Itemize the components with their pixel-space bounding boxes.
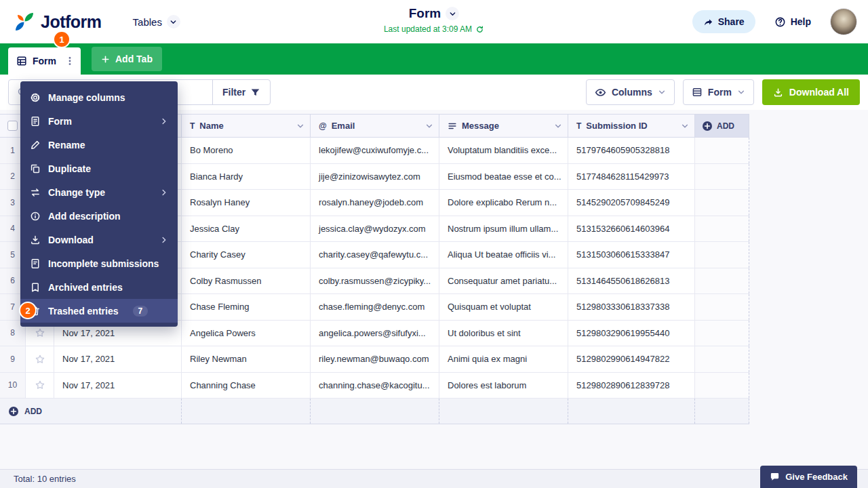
- message-cell[interactable]: Dolores est laborum: [439, 373, 568, 399]
- name-cell[interactable]: Rosalyn Haney: [182, 190, 311, 216]
- name-cell[interactable]: Channing Chase: [182, 373, 311, 399]
- name-cell[interactable]: Colby Rasmussen: [182, 268, 311, 294]
- menu-item-change-type[interactable]: Change type: [20, 180, 178, 204]
- star-cell[interactable]: [26, 373, 54, 399]
- email-cell[interactable]: jessica.clay@wydozyx.com: [311, 216, 439, 242]
- email-cell[interactable]: chase.fleming@denyc.com: [311, 294, 439, 320]
- chevron-down-icon: [658, 88, 666, 96]
- add-tab-button[interactable]: Add Tab: [92, 47, 162, 71]
- submission-id-cell[interactable]: 5177484628115429973: [568, 164, 695, 190]
- row-number-cell[interactable]: 10: [0, 373, 26, 399]
- email-cell[interactable]: charity.casey@qafewytu.c...: [311, 242, 439, 268]
- submission-id-cell[interactable]: 5129802890612839728: [568, 373, 695, 399]
- submission-id-cell[interactable]: 5131464550618626813: [568, 268, 695, 294]
- add-column-label: ADD: [717, 121, 734, 131]
- add-column-header[interactable]: ADD: [695, 114, 749, 138]
- message-cell[interactable]: Quisquam et voluptat: [439, 294, 568, 320]
- menu-item-download[interactable]: Download: [20, 228, 178, 251]
- chevron-down-icon[interactable]: [425, 122, 433, 130]
- share-button[interactable]: Share: [692, 10, 755, 33]
- message-cell[interactable]: Aliqua Ut beatae officiis vi...: [439, 242, 568, 268]
- menu-item-label: Download: [48, 235, 94, 245]
- help-button[interactable]: Help: [764, 10, 822, 33]
- columns-button[interactable]: Columns: [586, 79, 675, 105]
- submission-id-cell[interactable]: 5131503060615333847: [568, 242, 695, 268]
- title-chevron-down-icon[interactable]: [446, 7, 459, 20]
- message-column-header[interactable]: Message: [439, 114, 568, 138]
- email-cell[interactable]: colby.rasmussen@zicypiky...: [311, 268, 439, 294]
- message-cell[interactable]: Ut doloribus et sint: [439, 321, 568, 346]
- submission-id-cell[interactable]: 5129803330618337338: [568, 294, 695, 320]
- name-cell[interactable]: Angelica Powers: [182, 321, 311, 346]
- filter-button[interactable]: Filter: [212, 80, 270, 104]
- menu-item-trashed-entries[interactable]: Trashed entries7: [20, 299, 178, 323]
- name-cell[interactable]: Chase Fleming: [182, 294, 311, 320]
- tab-form[interactable]: Form 1: [8, 47, 81, 75]
- select-all-checkbox[interactable]: [7, 121, 18, 131]
- star-icon[interactable]: [35, 327, 45, 338]
- star-cell[interactable]: [26, 346, 54, 372]
- add-column-cell: [695, 294, 749, 320]
- message-cell[interactable]: Dolore explicabo Rerum n...: [439, 190, 568, 216]
- menu-item-duplicate[interactable]: Duplicate: [20, 157, 178, 180]
- download-all-label: Download All: [789, 87, 849, 98]
- chevron-down-icon[interactable]: [296, 122, 304, 130]
- add-column-cell: [695, 164, 749, 190]
- name-column-header[interactable]: T Name: [182, 114, 311, 138]
- submission-id-column-header[interactable]: T Submission ID: [568, 114, 695, 138]
- menu-item-manage-columns[interactable]: Manage columns: [20, 85, 178, 109]
- message-cell[interactable]: Animi quia ex magni: [439, 346, 568, 372]
- name-cell[interactable]: Bianca Hardy: [182, 164, 311, 190]
- row-number-cell[interactable]: 9: [0, 346, 26, 372]
- refresh-icon[interactable]: [475, 25, 484, 34]
- message-cell[interactable]: Eiusmod beatae esse et co...: [439, 164, 568, 190]
- message-cell[interactable]: Consequatur amet pariatu...: [439, 268, 568, 294]
- user-avatar[interactable]: [830, 8, 857, 35]
- menu-item-label: Duplicate: [48, 163, 91, 174]
- chevron-down-icon[interactable]: [681, 122, 689, 130]
- at-sign-icon: @: [319, 121, 327, 131]
- email-cell[interactable]: riley.newman@buwaqo.com: [311, 346, 439, 372]
- date-cell[interactable]: Nov 17, 2021: [54, 373, 182, 399]
- download-all-button[interactable]: Download All: [762, 79, 860, 105]
- email-cell[interactable]: channing.chase@kacogitu...: [311, 373, 439, 399]
- add-tab-label: Add Tab: [115, 54, 153, 64]
- menu-item-label: Trashed entries: [48, 306, 119, 317]
- submission-id-cell[interactable]: 5129803290619955440: [568, 321, 695, 346]
- email-column-header[interactable]: @ Email: [311, 114, 439, 138]
- submission-id-cell[interactable]: 5145290205709845249: [568, 190, 695, 216]
- add-row-button[interactable]: ADD: [0, 399, 182, 424]
- give-feedback-button[interactable]: Give Feedback: [760, 466, 857, 488]
- email-cell[interactable]: lekojifew@cuxiwufomyje.c...: [311, 138, 439, 163]
- email-cell[interactable]: angelica.powers@sifufyxi...: [311, 321, 439, 346]
- submission-id-cell[interactable]: 5129802990614947822: [568, 346, 695, 372]
- submission-id-cell[interactable]: 5179764605905328818: [568, 138, 695, 163]
- view-form-button[interactable]: Form: [683, 79, 754, 105]
- date-cell[interactable]: Nov 17, 2021: [54, 346, 182, 372]
- eye-icon: [595, 87, 606, 98]
- star-icon[interactable]: [35, 380, 45, 390]
- chevron-down-icon[interactable]: [554, 122, 562, 130]
- name-cell[interactable]: Charity Casey: [182, 242, 311, 268]
- tab-options-dots-icon[interactable]: [62, 52, 78, 70]
- message-cell[interactable]: Nostrum ipsum illum ullam...: [439, 216, 568, 242]
- email-cell[interactable]: jije@zinizowisawytez.com: [311, 164, 439, 190]
- share-label: Share: [718, 16, 745, 27]
- add-column-cell: [695, 373, 749, 399]
- menu-item-incomplete-submissions[interactable]: Incomplete submissions: [20, 251, 178, 275]
- name-cell[interactable]: Bo Moreno: [182, 138, 311, 163]
- tables-dropdown[interactable]: Tables: [133, 15, 180, 28]
- menu-item-add-description[interactable]: Add description: [20, 204, 178, 228]
- menu-item-rename[interactable]: Rename: [20, 133, 178, 157]
- jotform-logo[interactable]: Jotform: [14, 11, 102, 33]
- menu-item-form[interactable]: Form: [20, 109, 178, 133]
- email-cell[interactable]: rosalyn.haney@jodeb.com: [311, 190, 439, 216]
- name-cell[interactable]: Riley Newman: [182, 346, 311, 372]
- duplicate-icon: [30, 163, 41, 174]
- submission-id-cell[interactable]: 5131532660614603964: [568, 216, 695, 242]
- message-cell[interactable]: Voluptatum blanditiis exce...: [439, 138, 568, 163]
- name-cell[interactable]: Jessica Clay: [182, 216, 311, 242]
- add-column-cell: [695, 242, 749, 268]
- star-icon[interactable]: [35, 354, 45, 365]
- menu-item-archived-entries[interactable]: Archived entries: [20, 275, 178, 299]
